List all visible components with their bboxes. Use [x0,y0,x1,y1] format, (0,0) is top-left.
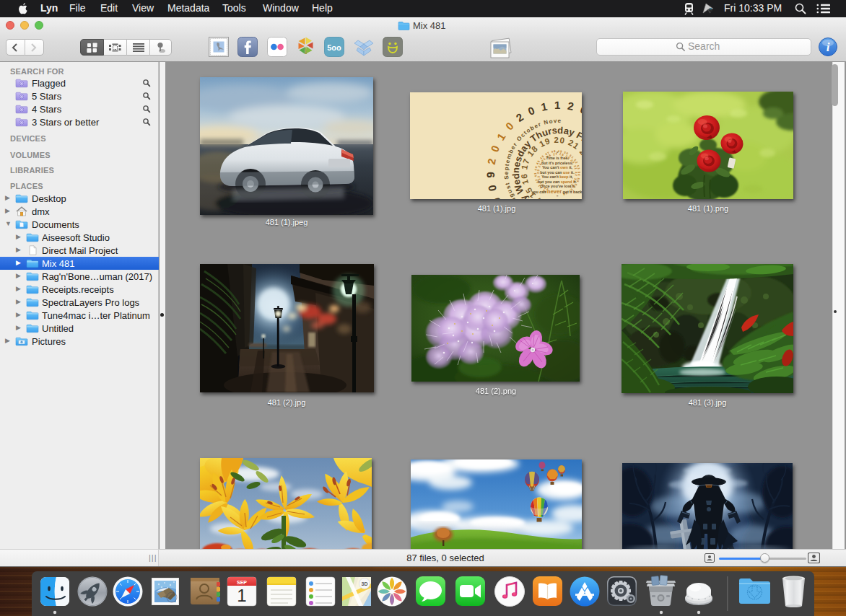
svg-text:Time is free,: Time is free, [546,156,569,160]
svg-text:“: “ [557,151,559,155]
svg-text:5oo: 5oo [327,43,341,52]
svg-text:SEP: SEP [237,580,247,585]
svg-text:”: ” [557,195,559,199]
svg-text:You can't own it,: You can't own it, [542,165,573,170]
svg-text:you can never get it back.: you can never get it back. [531,188,582,195]
svg-text:but it's priceless.: but it's priceless. [541,161,573,165]
svg-text:1: 1 [237,586,246,605]
svg-text:You can't keep it,: You can't keep it, [541,175,573,179]
svg-text:i: i [827,40,830,54]
svg-text:3D: 3D [362,581,368,586]
svg-text:but you can spend it.: but you can spend it. [538,180,577,184]
svg-text:but you can use it.: but you can use it. [540,170,575,175]
